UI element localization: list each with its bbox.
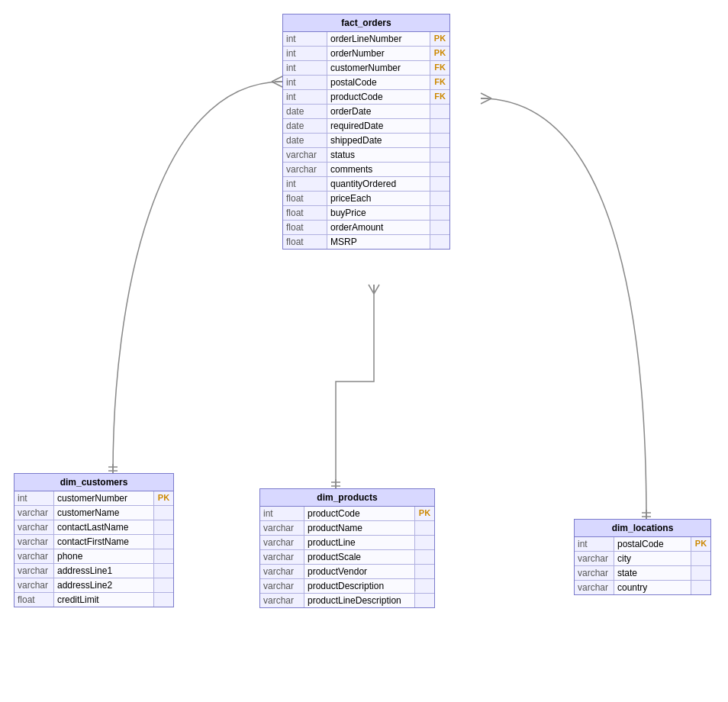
col-name: productDescription <box>304 579 414 593</box>
col-key-empty <box>153 564 173 578</box>
col-type: varchar <box>260 550 304 564</box>
dim-products-table: dim_products intproductCodePKvarcharprod… <box>259 488 435 608</box>
col-name: orderAmount <box>327 221 430 234</box>
col-key-empty <box>691 552 710 565</box>
col-name: priceEach <box>327 192 430 205</box>
col-type: int <box>575 537 614 551</box>
col-name: postalCode <box>614 537 691 551</box>
col-type: varchar <box>283 148 327 162</box>
table-row: varcharproductLine <box>260 536 434 550</box>
col-type: int <box>283 32 327 46</box>
svg-line-0 <box>272 76 282 82</box>
table-row: varcharproductLineDescription <box>260 594 434 607</box>
col-name: orderLineNumber <box>327 32 430 46</box>
dim-customers-title: dim_customers <box>14 474 173 491</box>
col-key: FK <box>430 61 449 75</box>
col-key-empty <box>414 536 434 549</box>
col-type: varchar <box>260 536 304 549</box>
col-type: varchar <box>14 564 54 578</box>
table-row: floatcreditLimit <box>14 593 173 607</box>
col-type: varchar <box>260 521 304 535</box>
col-key-empty <box>430 134 449 147</box>
col-name: customerName <box>54 506 153 520</box>
col-key-empty <box>414 579 434 593</box>
col-key-empty <box>414 565 434 578</box>
col-name: customerNumber <box>54 491 153 505</box>
table-row: varcharcustomerName <box>14 506 173 520</box>
col-type: date <box>283 134 327 147</box>
col-type: float <box>283 235 327 249</box>
col-key-empty <box>153 506 173 520</box>
table-row: varcharcity <box>575 552 710 566</box>
col-type: varchar <box>14 549 54 563</box>
table-row: intcustomerNumberPK <box>14 491 173 506</box>
col-key-empty <box>153 578 173 592</box>
col-type: varchar <box>260 594 304 607</box>
col-type: float <box>14 593 54 607</box>
col-name: productLineDescription <box>304 594 414 607</box>
svg-line-12 <box>481 93 491 98</box>
table-row: intquantityOrdered <box>283 177 449 192</box>
table-row: intcustomerNumberFK <box>283 61 449 76</box>
svg-line-7 <box>374 285 379 294</box>
table-row: intpostalCodePK <box>575 537 710 552</box>
col-name: contactLastName <box>54 520 153 534</box>
table-row: varcharcontactFirstName <box>14 535 173 549</box>
dim-products-title: dim_products <box>260 489 434 507</box>
col-key-empty <box>153 535 173 549</box>
svg-line-6 <box>369 285 374 294</box>
table-row: varcharproductScale <box>260 550 434 565</box>
col-key-empty <box>414 550 434 564</box>
svg-line-1 <box>272 82 282 87</box>
col-name: addressLine1 <box>54 564 153 578</box>
col-name: productVendor <box>304 565 414 578</box>
col-key-empty <box>691 581 710 594</box>
dim-locations-table: dim_locations intpostalCodePKvarcharcity… <box>574 519 711 595</box>
table-row: varcharproductName <box>260 521 434 536</box>
fact-orders-table: fact_orders intorderLineNumberPKintorder… <box>282 14 450 250</box>
table-row: intproductCodePK <box>260 507 434 521</box>
table-row: varcharaddressLine1 <box>14 564 173 578</box>
col-type: varchar <box>575 566 614 580</box>
col-name: customerNumber <box>327 61 430 75</box>
col-key: FK <box>430 90 449 104</box>
table-row: varcharcontactLastName <box>14 520 173 535</box>
col-type: varchar <box>14 506 54 520</box>
table-row: floatorderAmount <box>283 221 449 235</box>
col-key-empty <box>430 177 449 191</box>
col-key: FK <box>430 76 449 89</box>
col-key-empty <box>153 549 173 563</box>
col-type: float <box>283 221 327 234</box>
col-name: orderNumber <box>327 47 430 60</box>
col-key-empty <box>430 105 449 118</box>
table-row: dateshippedDate <box>283 134 449 148</box>
table-row: dateorderDate <box>283 105 449 119</box>
col-type: varchar <box>14 535 54 549</box>
col-name: city <box>614 552 691 565</box>
col-type: int <box>283 61 327 75</box>
table-row: varcharphone <box>14 549 173 564</box>
col-name: orderDate <box>327 105 430 118</box>
col-type: varchar <box>575 552 614 565</box>
col-name: productScale <box>304 550 414 564</box>
col-type: varchar <box>283 163 327 176</box>
table-row: intorderNumberPK <box>283 47 449 61</box>
col-type: int <box>283 47 327 60</box>
dim-customers-table: dim_customers intcustomerNumberPKvarchar… <box>14 473 174 607</box>
col-type: varchar <box>260 565 304 578</box>
diagram-container: fact_orders intorderLineNumberPKintorder… <box>0 0 728 702</box>
table-row: varcharproductVendor <box>260 565 434 579</box>
table-row: varcharaddressLine2 <box>14 578 173 593</box>
col-type: varchar <box>260 579 304 593</box>
col-key-empty <box>153 593 173 607</box>
col-name: productCode <box>304 507 414 520</box>
col-key-empty <box>153 520 173 534</box>
col-key-empty <box>430 192 449 205</box>
col-name: buyPrice <box>327 206 430 220</box>
col-key: PK <box>691 537 710 551</box>
table-row: daterequiredDate <box>283 119 449 134</box>
col-name: state <box>614 566 691 580</box>
table-row: floatbuyPrice <box>283 206 449 221</box>
col-key-empty <box>430 148 449 162</box>
col-name: contactFirstName <box>54 535 153 549</box>
